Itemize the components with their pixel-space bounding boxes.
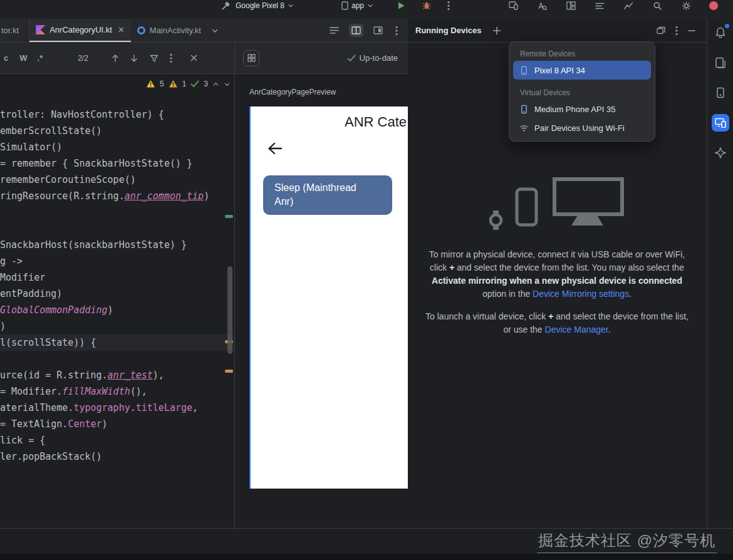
code-line[interactable]: GlobalCommonPadding) xyxy=(0,302,234,318)
search-options-icon[interactable] xyxy=(170,53,172,63)
panel-options-icon[interactable] xyxy=(675,26,678,36)
layout-inspector-icon[interactable] xyxy=(566,1,576,11)
code-line[interactable] xyxy=(0,351,234,367)
more-options-icon[interactable] xyxy=(393,23,400,38)
device-item[interactable]: Medium Phone API 35 xyxy=(513,100,651,118)
code-line[interactable]: aterialTheme.typography.titleLarge, xyxy=(0,400,234,416)
code-editor[interactable]: 5 1 3 troller: NavHostController) {ember… xyxy=(0,74,235,528)
profiler-icon[interactable] xyxy=(624,1,633,11)
inspections-widget[interactable]: 5 1 3 xyxy=(146,80,231,88)
code-line[interactable]: = Modifier.fillMaxWidth(), xyxy=(0,383,234,400)
run-config-label: app xyxy=(351,1,364,10)
device-explorer-icon[interactable] xyxy=(712,54,729,71)
popup-section-header: Virtual Devices xyxy=(512,85,652,100)
notification-dot xyxy=(725,24,729,28)
code-line[interactable]: urce(id = R.string.anr_test), xyxy=(0,367,234,383)
tab-mainactivity[interactable]: MainActivity.kt xyxy=(131,19,207,42)
find-in-files-icon[interactable] xyxy=(538,1,547,11)
ai-assistant-icon[interactable] xyxy=(712,144,729,162)
editor-scrollbar[interactable] xyxy=(227,266,232,354)
help-link[interactable]: Device Manager xyxy=(545,324,608,334)
close-search-icon[interactable] xyxy=(190,54,198,62)
split-view-icon[interactable] xyxy=(349,24,363,37)
device-item[interactable]: Pixel 8 API 34 xyxy=(513,61,651,80)
watermark-text: 掘金技术社区 @汐零号机 xyxy=(537,531,717,553)
settings-gear-icon[interactable] xyxy=(682,1,691,11)
regex-toggle[interactable]: .* xyxy=(38,53,43,63)
device-item[interactable]: Pair Devices Using Wi-Fi xyxy=(513,118,651,137)
logcat-icon[interactable] xyxy=(595,1,605,11)
code-line[interactable] xyxy=(0,220,234,237)
chevron-down-icon xyxy=(288,3,294,9)
back-arrow-icon[interactable] xyxy=(267,142,283,155)
notifications-bell-icon[interactable] xyxy=(712,24,729,41)
code-line[interactable]: entPadding) xyxy=(0,286,234,302)
hide-panel-icon[interactable] xyxy=(688,29,695,32)
editor-view-modes xyxy=(327,19,408,42)
device-picker-popup: Remote DevicesPixel 8 API 34Virtual Devi… xyxy=(509,41,655,142)
next-match-icon[interactable] xyxy=(130,54,138,63)
code-line[interactable]: l(scrollState)) { xyxy=(0,334,234,351)
code-line[interactable]: SnackbarHost(snackbarHostState) } xyxy=(0,237,234,253)
build-hammer-icon[interactable] xyxy=(222,1,231,11)
code-line[interactable]: ringResource(R.string.anr_common_tip) xyxy=(0,188,234,204)
device-mirror-icon[interactable] xyxy=(509,1,518,11)
device-selector[interactable]: Google Pixel 8 xyxy=(236,1,294,11)
running-devices-panel: Running Devices Remote DevicesPixel 8 AP… xyxy=(408,19,707,528)
debug-button[interactable] xyxy=(422,1,431,11)
code-line[interactable]: emberScrollState() xyxy=(0,123,234,139)
tab-label: AnrCategoryUI.kt xyxy=(49,25,112,34)
close-tab-icon[interactable]: ✕ xyxy=(118,25,125,34)
code-line[interactable]: Modifier xyxy=(0,269,234,286)
chevron-down-icon[interactable] xyxy=(224,81,231,88)
passed-count: 3 xyxy=(204,80,208,88)
help-link[interactable]: Device Mirroring settings xyxy=(533,289,629,299)
run-configuration[interactable]: app xyxy=(341,1,373,11)
user-avatar[interactable] xyxy=(709,1,718,11)
code-line[interactable]: = remember { SnackbarHostState() } xyxy=(0,155,234,172)
whole-words-toggle[interactable]: W xyxy=(19,53,27,63)
bottom-edge-strip xyxy=(0,554,733,560)
code-view-icon[interactable] xyxy=(327,24,341,37)
previous-match-icon[interactable] xyxy=(111,54,120,63)
code-lines[interactable]: troller: NavHostController) {emberScroll… xyxy=(0,106,234,465)
add-device-button[interactable] xyxy=(492,26,501,35)
design-view-icon[interactable] xyxy=(371,24,385,37)
device-item-label: Pair Devices Using Wi-Fi xyxy=(534,123,625,133)
code-line[interactable]: ler.popBackStack() xyxy=(0,449,234,465)
build-status-label: Up-to-date xyxy=(360,53,398,63)
tab-overflow-left[interactable]: tor.kt xyxy=(0,19,29,42)
mirror-help-text: To mirror a physical device, connect it … xyxy=(422,248,692,346)
code-line[interactable]: = TextAlign.Center) xyxy=(0,416,234,432)
more-actions-icon[interactable] xyxy=(447,1,450,11)
run-button[interactable] xyxy=(397,1,405,11)
hidden-tabs-dropdown[interactable] xyxy=(207,19,222,42)
code-line[interactable]: ) xyxy=(0,318,234,334)
sleep-anr-button[interactable]: Sleep (Mainthread Anr) xyxy=(263,175,392,215)
code-line[interactable]: g -> xyxy=(0,253,234,269)
match-case-toggle[interactable]: c xyxy=(4,53,8,63)
code-line[interactable]: rememberCoroutineScope() xyxy=(0,172,234,188)
check-icon xyxy=(347,54,356,62)
tab-anrcategoryui[interactable]: AnrCategoryUI.kt ✕ xyxy=(29,19,131,42)
device-manager-icon[interactable] xyxy=(712,84,729,101)
preview-toolbar: Up-to-date xyxy=(235,43,408,74)
preview-grid-icon[interactable] xyxy=(243,50,259,66)
code-line[interactable]: troller: NavHostController) { xyxy=(0,106,234,123)
float-window-icon[interactable] xyxy=(657,26,665,34)
code-line[interactable]: lick = { xyxy=(0,432,234,449)
search-everywhere-icon[interactable] xyxy=(653,1,662,11)
preview-canvas[interactable]: ANR Cate Sleep (Mainthread Anr) xyxy=(249,106,408,489)
main-toolbar: Google Pixel 8 app xyxy=(0,0,733,19)
phone-icon xyxy=(519,66,529,75)
build-status: Up-to-date xyxy=(347,53,398,63)
preview-component-name[interactable]: AnrCategoryPagePreview xyxy=(249,88,336,96)
device-item-label: Medium Phone API 35 xyxy=(534,105,615,114)
chevron-up-icon[interactable] xyxy=(212,81,219,88)
code-line[interactable] xyxy=(0,204,234,220)
status-bar: 掘金技术社区 @汐零号机 xyxy=(0,528,733,554)
running-devices-icon[interactable] xyxy=(712,114,729,132)
filter-icon[interactable] xyxy=(150,54,159,63)
button-text-line2: Anr) xyxy=(274,195,392,209)
code-line[interactable]: Simulator() xyxy=(0,139,234,155)
